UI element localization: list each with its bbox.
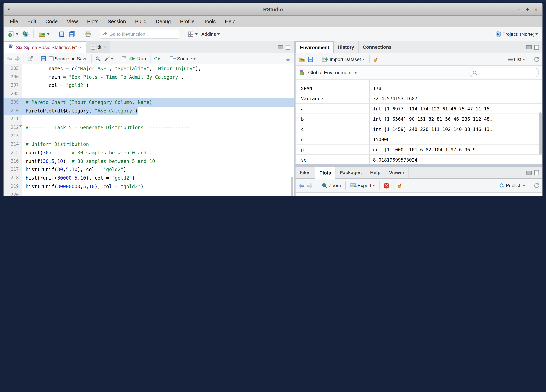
tab-source-file[interactable]: R Six Sigma Basic Statistics.R* ×	[4, 41, 86, 53]
pane-maximize-icon[interactable]	[534, 170, 539, 175]
tab-history[interactable]: History	[334, 41, 358, 53]
tab-dt-close-icon[interactable]: ×	[104, 45, 106, 50]
code-line-208[interactable]: 208	[4, 90, 294, 98]
code-line-218[interactable]: 218hist(runif(30000,5,10), col = "gold2"…	[4, 174, 294, 182]
save-all-button[interactable]	[68, 30, 76, 38]
source-on-save-checkbox[interactable]	[49, 56, 54, 61]
compile-notebook-icon[interactable]	[122, 56, 127, 62]
env-row-a[interactable]: aint [1:6977] 114 174 122 61 46 75 47 11…	[296, 104, 542, 114]
menu-item-profile[interactable]: Profile	[180, 19, 195, 24]
previous-plot-icon[interactable]	[298, 183, 304, 188]
tab-dt[interactable]: dt ×	[86, 41, 110, 53]
forward-icon[interactable]	[14, 56, 20, 61]
addins-button[interactable]: Addins	[201, 31, 221, 38]
code-line-209[interactable]: 209# Pareto Chart (Input Category Column…	[4, 98, 294, 107]
project-menu-button[interactable]: R Project: (None)	[494, 30, 539, 38]
refresh-icon[interactable]	[534, 57, 540, 62]
code-line-207[interactable]: 207 col = "gold2")	[4, 81, 294, 90]
goto-file-search[interactable]	[100, 30, 179, 38]
import-dataset-button[interactable]: Import Dataset	[321, 56, 365, 63]
open-file-button[interactable]	[38, 30, 50, 38]
code-line-210[interactable]: 210ParetoPlot(dt$Category, "A&E Category…	[4, 107, 294, 115]
clear-plots-broom-icon[interactable]	[397, 182, 404, 189]
remove-plot-icon[interactable]: ✕	[384, 183, 390, 188]
code-line-217[interactable]: 217hist(runif(30,5,10), col = "gold2")	[4, 165, 294, 174]
code-line-212[interactable]: 212#------ Task 5 - Generate Distributio…	[4, 123, 294, 132]
code-line-213[interactable]: 213	[4, 132, 294, 140]
menu-item-debug[interactable]: Debug	[156, 19, 171, 24]
environment-search[interactable]	[469, 68, 539, 77]
save-button[interactable]	[58, 30, 65, 38]
close-button[interactable]: ×	[534, 6, 538, 12]
env-row-se[interactable]: se8.01819699573024	[296, 155, 542, 164]
save-workspace-icon[interactable]	[308, 57, 313, 62]
load-workspace-icon[interactable]	[298, 57, 306, 62]
new-file-button[interactable]	[7, 30, 19, 38]
next-plot-icon[interactable]	[307, 183, 313, 188]
menu-item-plots[interactable]: Plots	[87, 19, 98, 24]
rerun-icon[interactable]	[154, 56, 161, 61]
editor-vertical-scrollbar[interactable]	[291, 177, 293, 196]
env-row-c[interactable]: cint [1:1459] 248 228 111 102 140 38 146…	[296, 124, 542, 134]
save-icon[interactable]	[41, 56, 46, 61]
menu-item-code[interactable]: Code	[46, 19, 58, 24]
zoom-plot-button[interactable]: Zoom	[321, 182, 342, 189]
env-row-b[interactable]: bint [1:6564] 90 151 82 81 56 46 236 112…	[296, 114, 542, 124]
new-project-button[interactable]: R	[21, 30, 30, 38]
show-in-window-icon[interactable]	[27, 56, 33, 61]
environment-vertical-scrollbar[interactable]	[539, 112, 542, 155]
refresh-plot-icon[interactable]	[534, 183, 540, 188]
code-line-211[interactable]: 211	[4, 115, 294, 123]
tab-environment[interactable]: Environment	[296, 41, 334, 53]
tab-viewer[interactable]: Viewer	[385, 167, 409, 178]
tab-connections[interactable]: Connections	[359, 41, 396, 53]
find-icon[interactable]	[95, 56, 101, 62]
pane-maximize-icon[interactable]	[534, 44, 539, 50]
code-line-216[interactable]: 216runif(30,5,10) # 30 samples between 5…	[4, 157, 294, 165]
menu-item-session[interactable]: Session	[108, 19, 126, 24]
code-line-215[interactable]: 215runif(30) # 30 samples between 0 and …	[4, 149, 294, 157]
code-line-219[interactable]: 219hist(runif(30000000,5,10), col = "gol…	[4, 182, 294, 191]
pane-maximize-icon[interactable]	[286, 44, 290, 50]
tab-help[interactable]: Help	[366, 167, 385, 178]
run-button[interactable]: Run	[129, 55, 147, 62]
tab-packages[interactable]: Packages	[335, 167, 366, 178]
pane-minimize-icon[interactable]	[526, 171, 532, 174]
menu-item-view[interactable]: View	[67, 19, 78, 24]
tab-files[interactable]: Files	[296, 167, 315, 178]
code-tools-button[interactable]	[103, 55, 114, 62]
menu-item-help[interactable]: Help	[225, 19, 235, 24]
env-row-n[interactable]: n15000L	[296, 134, 542, 145]
code-editor[interactable]: 205 names = c("Major A&E", "Speciality",…	[4, 64, 294, 196]
source-button[interactable]: Source	[169, 55, 197, 62]
back-icon[interactable]	[6, 56, 12, 61]
maximize-button[interactable]: +	[526, 6, 529, 12]
environment-scope-label[interactable]: Global Environment	[308, 70, 352, 75]
addins-grid-button[interactable]	[187, 30, 198, 38]
export-plot-button[interactable]: Export	[350, 182, 376, 189]
menu-item-tools[interactable]: Tools	[204, 19, 216, 24]
code-line-214[interactable]: 214# Uniform Distribution	[4, 140, 294, 149]
source-on-save-toggle[interactable]: Source on Save	[48, 55, 88, 62]
code-line-205[interactable]: 205 names = c("Major A&E", "Speciality",…	[4, 64, 294, 73]
code-line-220[interactable]: 220	[4, 191, 294, 196]
document-outline-icon[interactable]	[285, 56, 291, 61]
list-view-button[interactable]: List	[507, 56, 526, 63]
tab-plots[interactable]: Plots	[315, 167, 335, 179]
tab-source-close-icon[interactable]: ×	[79, 45, 82, 50]
print-button[interactable]	[84, 30, 92, 38]
pane-minimize-icon[interactable]	[278, 45, 283, 49]
fold-arrow-icon[interactable]	[20, 126, 22, 127]
publish-button[interactable]: Publish	[498, 182, 526, 189]
env-row-SPAN[interactable]: SPAN178	[296, 83, 542, 93]
menu-item-build[interactable]: Build	[135, 19, 147, 24]
goto-file-input[interactable]	[109, 31, 177, 37]
pane-minimize-icon[interactable]	[526, 45, 532, 49]
code-line-206[interactable]: 206 main = "Box Plots - Time To Admit By…	[4, 73, 294, 81]
env-row-Variance[interactable]: Variance3214.57415311687	[296, 93, 542, 104]
env-row-p[interactable]: pnum [1:1000] 101.6 82 104.1 97.6 96.9 .…	[296, 145, 542, 155]
menu-item-file[interactable]: File	[10, 19, 18, 24]
clear-environment-broom-icon[interactable]	[373, 56, 380, 62]
menu-item-edit[interactable]: Edit	[27, 19, 36, 24]
minimize-button[interactable]: –	[518, 6, 520, 12]
